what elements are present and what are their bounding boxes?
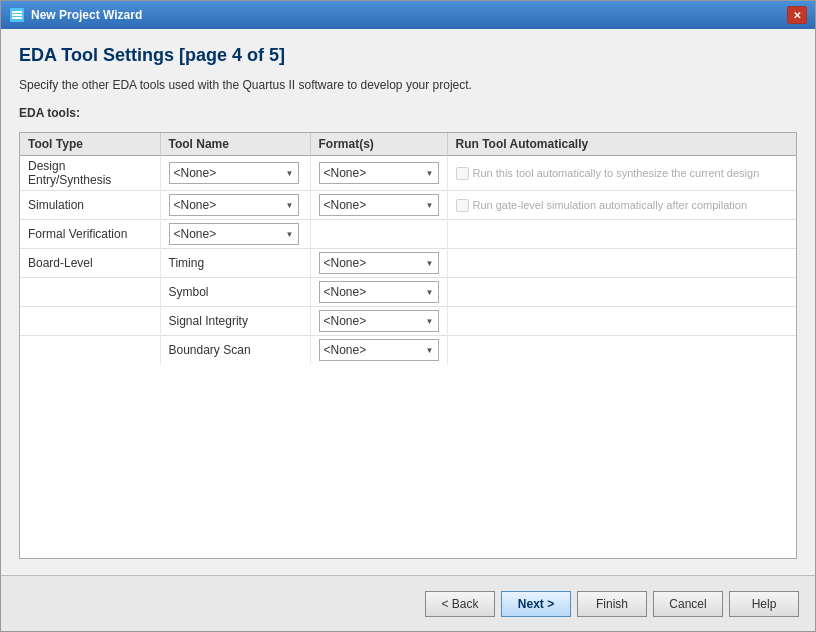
page-title: EDA Tool Settings [page 4 of 5] [19,45,797,66]
cell-format-signal-integrity: <None> ▼ [310,307,447,336]
help-button[interactable]: Help [729,591,799,617]
cell-tool-name-1: <None> ▼ [160,156,310,191]
cell-tool-type-7 [20,336,160,365]
cell-tool-name-timing: Timing [160,249,310,278]
dropdown-arrow-icon: ▼ [286,230,294,239]
dropdown-arrow-icon: ▼ [426,346,434,355]
cell-format-3 [310,220,447,249]
simulation-format-dropdown[interactable]: <None> ▼ [319,194,439,216]
window-icon [9,7,25,23]
next-button[interactable]: Next > [501,591,571,617]
back-button[interactable]: < Back [425,591,495,617]
timing-format-value: <None> [324,256,367,270]
cancel-button[interactable]: Cancel [653,591,723,617]
cell-tool-name-3: <None> ▼ [160,220,310,249]
col-tool-name: Tool Name [160,133,310,156]
footer: < Back Next > Finish Cancel Help [1,575,815,631]
close-button[interactable]: ✕ [787,6,807,24]
dropdown-arrow-icon: ▼ [426,201,434,210]
cell-format-1: <None> ▼ [310,156,447,191]
table-row: Boundary Scan <None> ▼ [20,336,796,365]
col-formats: Format(s) [310,133,447,156]
table-row: Symbol <None> ▼ [20,278,796,307]
col-run-auto: Run Tool Automatically [447,133,796,156]
subtitle: Specify the other EDA tools used with th… [19,78,797,92]
main-window: New Project Wizard ✕ EDA Tool Settings [… [0,0,816,632]
formal-verification-tool-name-value: <None> [174,227,217,241]
design-entry-tool-name-value: <None> [174,166,217,180]
svg-rect-1 [12,14,22,16]
dropdown-arrow-icon: ▼ [426,288,434,297]
cell-format-2: <None> ▼ [310,191,447,220]
run-auto-checkbox-1[interactable] [456,167,469,180]
timing-format-dropdown[interactable]: <None> ▼ [319,252,439,274]
boundary-scan-format-dropdown[interactable]: <None> ▼ [319,339,439,361]
cell-tool-type-6 [20,307,160,336]
cell-run-auto-symbol [447,278,796,307]
svg-rect-3 [12,11,22,13]
cell-tool-type-4: Board-Level [20,249,160,278]
section-label: EDA tools: [19,106,797,120]
formal-verification-tool-name-dropdown[interactable]: <None> ▼ [169,223,299,245]
simulation-format-value: <None> [324,198,367,212]
cell-tool-name-2: <None> ▼ [160,191,310,220]
cell-run-auto-3 [447,220,796,249]
cell-run-auto-signal-integrity [447,307,796,336]
cell-tool-type-2: Simulation [20,191,160,220]
signal-integrity-format-value: <None> [324,314,367,328]
content-area: EDA Tool Settings [page 4 of 5] Specify … [1,29,815,575]
eda-tools-table-container: Tool Type Tool Name Format(s) Run Tool A… [19,132,797,559]
cell-run-auto-2: Run gate-level simulation automatically … [447,191,796,220]
cell-tool-type-3: Formal Verification [20,220,160,249]
run-auto-checkbox-2[interactable] [456,199,469,212]
cell-tool-name-symbol: Symbol [160,278,310,307]
cell-format-boundary-scan: <None> ▼ [310,336,447,365]
table-row: Signal Integrity <None> ▼ [20,307,796,336]
cell-format-symbol: <None> ▼ [310,278,447,307]
dropdown-arrow-icon: ▼ [426,169,434,178]
eda-tools-table: Tool Type Tool Name Format(s) Run Tool A… [20,133,796,364]
run-auto-text-1: Run this tool automatically to synthesiz… [473,167,760,179]
finish-button[interactable]: Finish [577,591,647,617]
col-tool-type: Tool Type [20,133,160,156]
title-bar: New Project Wizard ✕ [1,1,815,29]
cell-run-auto-timing [447,249,796,278]
simulation-tool-name-value: <None> [174,198,217,212]
window-controls: ✕ [787,6,807,24]
cell-tool-type-1: Design Entry/Synthesis [20,156,160,191]
dropdown-arrow-icon: ▼ [426,259,434,268]
boundary-scan-format-value: <None> [324,343,367,357]
svg-rect-2 [12,17,22,19]
cell-tool-name-boundary-scan: Boundary Scan [160,336,310,365]
run-auto-label-2: Run gate-level simulation automatically … [456,199,789,212]
simulation-tool-name-dropdown[interactable]: <None> ▼ [169,194,299,216]
run-auto-label-1: Run this tool automatically to synthesiz… [456,167,789,180]
window-title: New Project Wizard [31,8,781,22]
design-entry-tool-name-dropdown[interactable]: <None> ▼ [169,162,299,184]
table-row: Board-Level Timing <None> ▼ [20,249,796,278]
design-entry-format-value: <None> [324,166,367,180]
dropdown-arrow-icon: ▼ [426,317,434,326]
symbol-format-value: <None> [324,285,367,299]
dropdown-arrow-icon: ▼ [286,169,294,178]
dropdown-arrow-icon: ▼ [286,201,294,210]
table-row: Formal Verification <None> ▼ [20,220,796,249]
table-row: Simulation <None> ▼ <None> ▼ [20,191,796,220]
table-row: Design Entry/Synthesis <None> ▼ <None> ▼ [20,156,796,191]
cell-run-auto-1: Run this tool automatically to synthesiz… [447,156,796,191]
cell-tool-type-5 [20,278,160,307]
table-header-row: Tool Type Tool Name Format(s) Run Tool A… [20,133,796,156]
cell-format-timing: <None> ▼ [310,249,447,278]
symbol-format-dropdown[interactable]: <None> ▼ [319,281,439,303]
signal-integrity-format-dropdown[interactable]: <None> ▼ [319,310,439,332]
design-entry-format-dropdown[interactable]: <None> ▼ [319,162,439,184]
run-auto-text-2: Run gate-level simulation automatically … [473,199,748,211]
cell-tool-name-signal-integrity: Signal Integrity [160,307,310,336]
cell-run-auto-boundary-scan [447,336,796,365]
